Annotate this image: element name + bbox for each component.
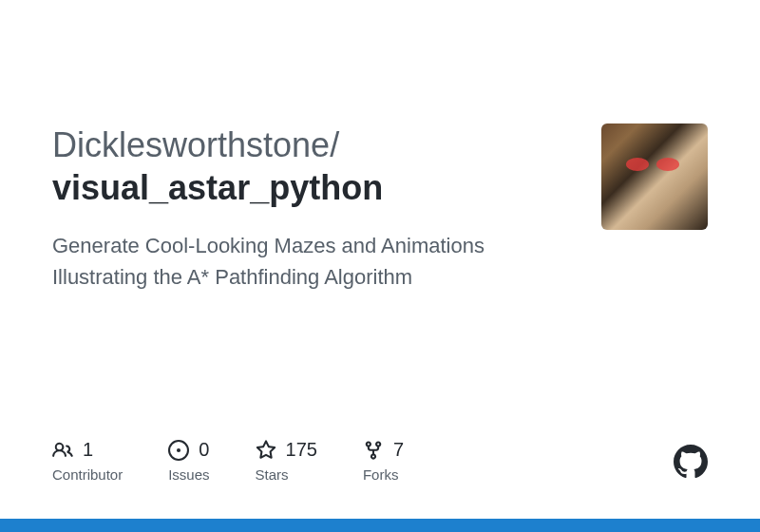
- stat-forks-label: Forks: [363, 466, 404, 483]
- stat-contributors[interactable]: 1 Contributor: [52, 439, 123, 483]
- issue-icon: [168, 440, 189, 461]
- stat-contributors-label: Contributor: [52, 466, 123, 483]
- github-logo-icon[interactable]: [674, 445, 708, 483]
- fork-icon: [363, 440, 384, 461]
- stat-stars[interactable]: 175 Stars: [256, 439, 317, 483]
- stat-forks[interactable]: 7 Forks: [363, 439, 404, 483]
- repo-title[interactable]: Dicklesworthstone/ visual_astar_python: [52, 124, 579, 209]
- stat-issues[interactable]: 0 Issues: [168, 439, 209, 483]
- stat-contributors-value: 1: [83, 439, 93, 461]
- star-icon: [256, 440, 276, 461]
- repo-description: Generate Cool-Looking Mazes and Animatio…: [52, 230, 546, 293]
- owner-slash: /: [330, 125, 339, 164]
- accent-bar: [0, 519, 760, 532]
- repo-owner: Dicklesworthstone: [52, 125, 330, 164]
- people-icon: [52, 440, 73, 461]
- stat-issues-value: 0: [199, 439, 209, 461]
- stat-stars-value: 175: [286, 439, 317, 461]
- repo-name: visual_astar_python: [52, 168, 383, 207]
- stat-forks-value: 7: [393, 439, 404, 461]
- avatar[interactable]: [601, 124, 708, 230]
- stats-row: 1 Contributor 0 Issues 175 Stars 7 Forks: [52, 439, 404, 483]
- stat-issues-label: Issues: [168, 466, 209, 483]
- stat-stars-label: Stars: [256, 466, 317, 483]
